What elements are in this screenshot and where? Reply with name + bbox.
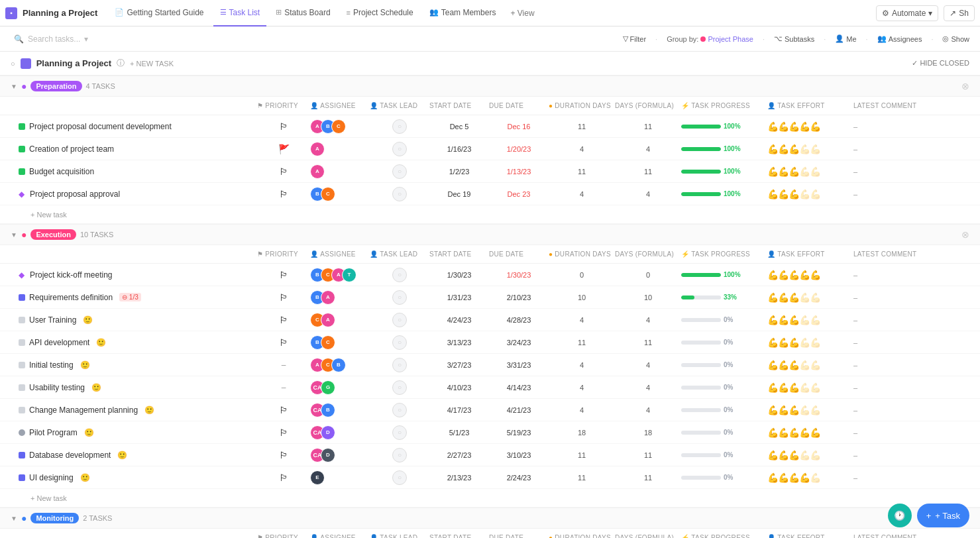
priority-cell: 🏳 <box>257 315 310 325</box>
start-date: 3/13/23 <box>429 339 489 347</box>
task-lead-cell: ○ <box>370 187 429 201</box>
due-date: 2/24/23 <box>489 474 549 482</box>
effort-cell: 💪💪💪💪💪 <box>767 144 853 154</box>
progress-pct: 100% <box>724 271 742 278</box>
column-headers: ⚑ PRIORITY 👤 ASSIGNEE 👤 TASK LEAD START … <box>0 97 980 115</box>
due-date: 2/10/23 <box>489 294 549 301</box>
duration: 11 <box>549 168 615 176</box>
tab-project-schedule[interactable]: ≡ Project Schedule <box>340 0 420 27</box>
task-name: Database development <box>29 451 111 460</box>
group-by-button[interactable]: Group by: Project Phase <box>664 34 756 44</box>
new-task-row-execution[interactable]: + New task <box>0 489 980 508</box>
doc-icon: 📄 <box>115 8 124 17</box>
formula-days: 11 <box>615 339 681 347</box>
col-progress: ⚡ TASK PROGRESS <box>681 102 767 109</box>
task-name-cell: UI designing 🙂 <box>5 473 257 482</box>
show-button[interactable]: ◎ Show <box>940 33 972 44</box>
progress-pct: 33% <box>724 294 742 301</box>
table-row: Usability testing 🙂 – CA G ○ 4/10/23 4/1… <box>0 376 980 399</box>
section-preparation: ▼ ● Preparation 4 TASKS ⊗ ⚑ PRIORITY 👤 A… <box>0 76 980 224</box>
assignee-cell: CA G <box>310 380 370 395</box>
formula-days: 18 <box>615 429 681 437</box>
section-toggle-execution[interactable]: ▼ <box>11 231 17 239</box>
toolbar-right: ▽ Filter · Group by: Project Phase · ⌥ S… <box>620 33 972 44</box>
assignees-icon: 👥 <box>877 34 887 43</box>
table-row: UI designing 🙂 🏳 E ○ 2/13/23 2/24/23 11 … <box>0 466 980 489</box>
col-comment: LATEST COMMENT <box>853 102 959 109</box>
progress-bar <box>681 318 721 322</box>
effort-cell: 💪💪💪💪💪 <box>767 382 853 393</box>
share-button[interactable]: ↗ Sh <box>944 5 975 21</box>
progress-cell: 0% <box>681 339 767 346</box>
latest-comment: – <box>853 145 959 153</box>
task-lead-cell: ○ <box>370 403 429 417</box>
progress-cell: 0% <box>681 316 767 323</box>
progress-fill <box>681 192 721 196</box>
project-title: ▪ Planning a Project <box>5 7 97 19</box>
latest-comment: – <box>853 339 959 347</box>
progress-cell: 100% <box>681 190 767 197</box>
duration: 11 <box>549 474 615 482</box>
table-row: User Training 🙂 🏳 C A ○ 4/24/23 4/28/23 … <box>0 309 980 331</box>
status-dot <box>19 339 25 346</box>
col-assignee: 👤 ASSIGNEE <box>310 102 370 109</box>
progress-bar <box>681 125 721 129</box>
task-name-cell: ◆ Project kick-off meeting <box>5 270 257 280</box>
section-toggle-monitoring[interactable]: ▼ <box>11 515 17 522</box>
nav-right: ⚙ Automate ▾ ↗ Sh <box>876 5 975 21</box>
automate-button[interactable]: ⚙ Automate ▾ <box>876 5 938 21</box>
latest-comment: – <box>853 406 959 414</box>
task-lead-avatar: ○ <box>392 290 407 305</box>
duration: 4 <box>549 316 615 324</box>
task-lead-avatar: ○ <box>392 380 407 395</box>
task-name: Budget acquisition <box>29 167 94 176</box>
assignee-cell: B A <box>310 290 370 305</box>
new-task-button[interactable]: + NEW TASK <box>130 60 174 68</box>
due-date: 1/13/23 <box>489 168 549 176</box>
section-header-monitoring: ▼ ● Monitoring 2 TASKS ⊗ <box>0 508 980 529</box>
preparation-dot-icon: ● <box>21 81 27 91</box>
progress-pct: 100% <box>724 145 742 152</box>
priority-cell: 🏳 <box>257 166 310 177</box>
lead-icon: 👤 <box>370 102 378 109</box>
table-row: Requirements definition ⊖ 1/3 🏳 B A ○ 1/… <box>0 286 980 309</box>
collapse-icon[interactable]: ○ <box>11 60 15 68</box>
me-button[interactable]: 👤 Me <box>832 33 859 44</box>
execution-dot-icon: ● <box>21 229 27 240</box>
smiley-icon: 🙂 <box>83 315 93 325</box>
effort-cell: 💪💪💪💪💪 <box>767 121 853 132</box>
new-task-row-preparation[interactable]: + New task <box>0 205 980 224</box>
tab-status-board[interactable]: ⊞ Status Board <box>269 0 337 27</box>
section-toggle-preparation[interactable]: ▼ <box>11 83 17 90</box>
execution-close-button[interactable]: ⊗ <box>961 229 969 240</box>
execution-badge: Execution <box>30 229 76 240</box>
subtasks-icon: ⌥ <box>774 34 783 43</box>
status-dot <box>19 429 25 436</box>
smiley-icon: 🙂 <box>96 338 106 347</box>
add-view-button[interactable]: + View <box>510 9 534 18</box>
progress-cell: 33% <box>681 294 767 301</box>
activity-button[interactable]: 🕐 <box>888 504 912 527</box>
task-lead-avatar: ○ <box>392 187 407 201</box>
breadcrumb-title: Planning a Project <box>36 58 111 68</box>
section-close-button[interactable]: ⊗ <box>961 81 969 91</box>
new-task-fab[interactable]: + + Task <box>917 504 969 527</box>
assignees-button[interactable]: 👥 Assignees <box>875 33 925 44</box>
task-lead-cell: ○ <box>370 164 429 179</box>
progress-pct: 100% <box>724 168 742 175</box>
info-icon[interactable]: ⓘ <box>117 58 125 69</box>
avatar: A <box>310 164 325 179</box>
priority-cell: – <box>257 360 310 370</box>
formula-days: 4 <box>615 384 681 392</box>
hide-closed-button[interactable]: ✓ HIDE CLOSED <box>912 59 969 68</box>
subtasks-button[interactable]: ⌥ Subtasks <box>771 33 817 44</box>
start-date: 4/24/23 <box>429 316 489 324</box>
me-icon: 👤 <box>835 34 844 43</box>
task-name: User Training <box>29 315 76 325</box>
tab-task-list[interactable]: ☰ Task List <box>213 0 267 27</box>
tab-team-members[interactable]: 👥 Team Members <box>423 0 503 27</box>
search-box[interactable]: 🔍 Search tasks... ▾ <box>8 31 94 47</box>
tab-getting-started[interactable]: 📄 Getting Started Guide <box>108 0 210 27</box>
filter-button[interactable]: ▽ Filter <box>620 33 649 44</box>
task-lead-cell: ○ <box>370 290 429 305</box>
